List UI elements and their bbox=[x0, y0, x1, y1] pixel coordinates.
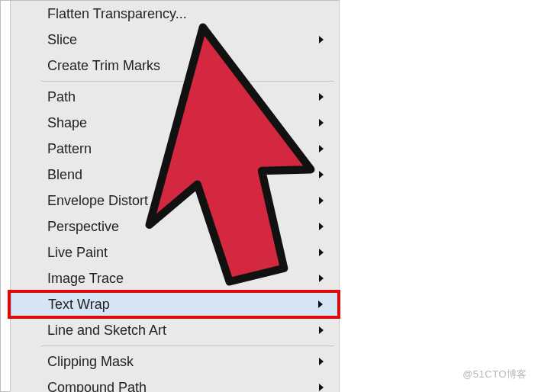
menu-item-label: Pattern bbox=[47, 141, 319, 157]
menu-item-label: Create Trim Marks bbox=[47, 58, 325, 74]
chevron-right-icon bbox=[319, 384, 324, 391]
menu-item-compound-path[interactable]: Compound Path bbox=[11, 374, 339, 392]
menu-item-path[interactable]: Path bbox=[11, 84, 339, 110]
chevron-right-icon bbox=[319, 171, 324, 178]
chevron-right-icon bbox=[319, 275, 324, 282]
menu-item-pattern[interactable]: Pattern bbox=[11, 136, 339, 162]
menu-item-label: Shape bbox=[47, 115, 319, 131]
menu-list: Flatten Transparency...SliceCreate Trim … bbox=[11, 1, 339, 392]
watermark: @51CTO博客 bbox=[462, 368, 527, 381]
menu-item-label: Flatten Transparency... bbox=[47, 6, 325, 22]
menu-item-flatten-transparency[interactable]: Flatten Transparency... bbox=[11, 1, 339, 27]
menu-item-label: Slice bbox=[47, 32, 319, 48]
menu-item-label: Text Wrap bbox=[48, 297, 318, 313]
menu-item-label: Clipping Mask bbox=[47, 354, 319, 370]
chevron-right-icon bbox=[319, 223, 324, 230]
menu-item-shape[interactable]: Shape bbox=[11, 110, 339, 136]
menu-item-label: Blend bbox=[47, 167, 319, 183]
menu-item-clipping-mask[interactable]: Clipping Mask bbox=[11, 349, 339, 374]
menu-item-blend[interactable]: Blend bbox=[11, 162, 339, 188]
menu-item-envelope-distort[interactable]: Envelope Distort bbox=[11, 188, 339, 214]
menu-separator bbox=[41, 345, 334, 346]
menu-item-label: Path bbox=[47, 89, 319, 105]
menu-item-label: Compound Path bbox=[47, 380, 319, 393]
menu-item-label: Envelope Distort bbox=[47, 193, 319, 209]
menu-window: Flatten Transparency...SliceCreate Trim … bbox=[0, 0, 340, 392]
menu-item-perspective[interactable]: Perspective bbox=[11, 214, 339, 239]
chevron-right-icon bbox=[319, 93, 324, 101]
menu-separator bbox=[41, 81, 334, 82]
menu-item-line-and-sketch-art[interactable]: Line and Sketch Art bbox=[11, 317, 339, 343]
menu-item-label: Line and Sketch Art bbox=[47, 323, 319, 339]
chevron-right-icon bbox=[319, 36, 324, 43]
menu-item-image-trace[interactable]: Image Trace bbox=[11, 265, 339, 291]
menu-item-slice[interactable]: Slice bbox=[11, 27, 339, 53]
chevron-right-icon bbox=[319, 119, 324, 127]
menu-item-label: Perspective bbox=[47, 219, 319, 235]
menu-item-text-wrap[interactable]: Text Wrap bbox=[11, 291, 339, 317]
object-menu: Flatten Transparency...SliceCreate Trim … bbox=[10, 1, 340, 392]
menu-item-live-paint[interactable]: Live Paint bbox=[11, 239, 339, 265]
chevron-right-icon bbox=[318, 300, 323, 308]
chevron-right-icon bbox=[319, 197, 324, 204]
chevron-right-icon bbox=[319, 326, 324, 334]
menu-item-label: Live Paint bbox=[47, 245, 319, 261]
menu-item-label: Image Trace bbox=[47, 271, 319, 287]
menu-item-create-trim-marks[interactable]: Create Trim Marks bbox=[11, 53, 339, 79]
chevron-right-icon bbox=[319, 249, 324, 256]
chevron-right-icon bbox=[319, 358, 324, 365]
chevron-right-icon bbox=[319, 145, 324, 153]
